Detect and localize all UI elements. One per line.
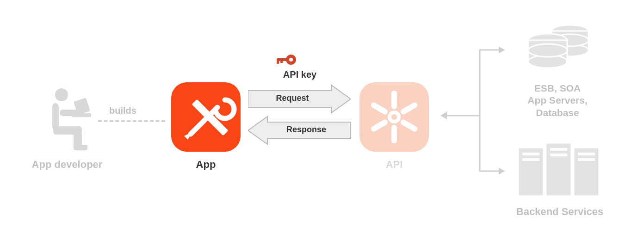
svg-rect-40 <box>522 158 539 161</box>
svg-rect-39 <box>522 153 539 155</box>
api-label: API <box>359 159 429 171</box>
backend-services-label: Backend Services <box>502 206 618 218</box>
svg-rect-24 <box>400 118 419 132</box>
api-icon <box>359 82 429 152</box>
svg-rect-37 <box>546 143 571 196</box>
servers-icon <box>516 141 601 201</box>
database-icon <box>524 22 593 73</box>
esb-line1: ESB, SOA <box>534 83 581 93</box>
svg-marker-26 <box>499 47 505 53</box>
request-label: Request <box>251 93 334 103</box>
builds-connector <box>98 120 165 122</box>
api-key-label: API key <box>263 69 337 80</box>
svg-rect-14 <box>280 60 283 63</box>
svg-rect-43 <box>578 153 595 155</box>
backend-to-api-arrows <box>440 46 505 185</box>
svg-rect-42 <box>550 154 567 156</box>
svg-rect-20 <box>391 125 397 143</box>
developer-icon <box>39 86 95 151</box>
svg-marker-27 <box>499 168 505 174</box>
svg-rect-3 <box>74 145 87 150</box>
esb-line3: Database <box>536 107 579 118</box>
developer-label: App developer <box>25 159 109 171</box>
esb-line2: App Servers, <box>527 95 588 105</box>
svg-rect-19 <box>391 91 397 109</box>
svg-point-11 <box>289 58 293 62</box>
app-label: App <box>171 159 241 171</box>
svg-rect-13 <box>277 60 279 64</box>
response-arrow: Response <box>248 121 351 140</box>
key-icon <box>276 53 297 69</box>
svg-rect-41 <box>550 148 567 151</box>
response-label: Response <box>265 125 348 135</box>
svg-rect-23 <box>370 101 389 115</box>
svg-rect-22 <box>370 118 389 132</box>
svg-point-18 <box>391 114 397 120</box>
request-arrow: Request <box>248 90 351 108</box>
svg-rect-6 <box>72 113 91 117</box>
svg-marker-25 <box>440 112 447 119</box>
esb-label: ESB, SOA App Servers, Database <box>504 82 611 119</box>
svg-point-0 <box>55 88 68 101</box>
builds-label: builds <box>109 105 136 116</box>
svg-rect-44 <box>578 158 595 161</box>
app-icon <box>171 82 241 152</box>
svg-rect-21 <box>400 101 419 115</box>
svg-point-35 <box>528 44 567 57</box>
